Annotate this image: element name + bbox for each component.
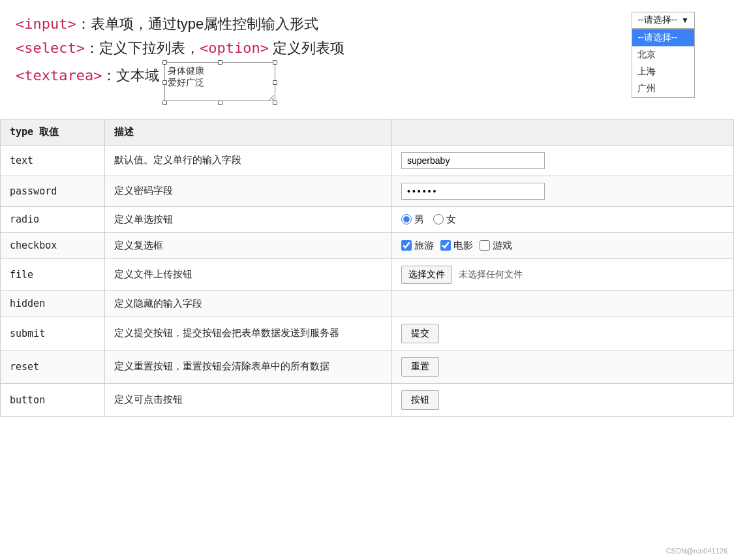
top-section: --请选择-- ▼ --请选择-- 北京 上海 广州 <input>：表单项，通… [0,0,734,110]
option-tag: <option> [200,40,269,56]
demo-button: 按钮 [392,383,734,416]
col-header-type: type 取值 [1,119,105,145]
type-reset: reset [1,350,105,383]
type-radio: radio [1,206,105,232]
radio-male-text: 男 [414,213,424,226]
table-row: password 定义密码字段 [1,176,734,206]
dropdown-option-3[interactable]: 广州 [632,80,694,97]
textarea-tag: <textarea> [16,67,102,84]
dropdown-list: --请选择-- 北京 上海 广州 [632,29,695,98]
radio-male[interactable] [401,214,412,225]
radio-group: 男 女 [401,213,724,226]
select-tag: <select> [16,40,85,56]
table-row: radio 定义单选按钮 男 女 [1,206,734,232]
checkbox-movie[interactable] [440,240,451,251]
resize-handle-tm [218,60,222,65]
desc-reset: 定义重置按钮，重置按钮会清除表单中的所有数据 [105,350,392,383]
chevron-down-icon: ▼ [681,16,689,25]
resize-handle-bl [162,101,167,105]
intro-line2: <select>：定义下拉列表，<option> 定义列表项 [16,36,718,60]
intro-text2a: ：定义下拉列表， [85,40,200,56]
demo-hidden [392,290,734,317]
desc-radio: 定义单选按钮 [105,206,392,232]
dropdown-widget[interactable]: --请选择-- ▼ --请选择-- 北京 上海 广州 [632,12,695,29]
resize-handle-br [273,101,277,105]
radio-female-text: 女 [446,213,456,226]
radio-male-label[interactable]: 男 [401,213,424,226]
resize-handle-ml [162,80,167,85]
radio-female-label[interactable]: 女 [433,213,456,226]
desc-text: 默认值。定义单行的输入字段 [105,145,392,176]
reset-button[interactable]: 重置 [401,357,439,377]
desc-file: 定义文件上传按钮 [105,258,392,290]
desc-checkbox: 定义复选框 [105,232,392,258]
input-tag: <input> [16,16,76,32]
table-row: hidden 定义隐藏的输入字段 [1,290,734,317]
desc-button: 定义可点击按钮 [105,383,392,416]
type-table: type 取值 描述 text 默认值。定义单行的输入字段 password 定… [0,119,734,417]
col-header-demo [392,119,734,145]
checkbox-travel-label[interactable]: 旅游 [401,240,434,252]
demo-reset: 重置 [392,350,734,383]
demo-radio: 男 女 [392,206,734,232]
textarea-demo[interactable] [164,62,275,101]
checkbox-group: 旅游 电影 游戏 [401,240,724,252]
file-row: 选择文件 未选择任何文件 [401,266,724,284]
checkbox-travel[interactable] [401,240,412,251]
intro-line1: <input>：表单项，通过type属性控制输入形式 [16,12,718,36]
checkbox-movie-label[interactable]: 电影 [440,240,473,252]
desc-submit: 定义提交按钮，提交按钮会把表单数据发送到服务器 [105,317,392,350]
table-row: file 定义文件上传按钮 选择文件 未选择任何文件 [1,258,734,290]
desc-hidden: 定义隐藏的输入字段 [105,290,392,317]
type-button: button [1,383,105,416]
intro-text1: ：表单项，通过type属性控制输入形式 [76,16,319,32]
watermark: CSDN@rcn041126 [666,547,727,555]
checkbox-game-label[interactable]: 游戏 [480,240,512,252]
custom-button[interactable]: 按钮 [401,390,439,410]
col-header-desc: 描述 [105,119,392,145]
textarea-intro-label: <textarea>：文本域 [16,62,159,86]
dropdown-selected-label: --请选择-- [637,14,677,26]
file-no-file-text: 未选择任何文件 [459,269,523,281]
radio-female[interactable] [433,214,444,225]
type-text: text [1,145,105,176]
intro-text2b: 定义列表项 [269,40,344,56]
text-input[interactable] [401,152,545,169]
desc-password: 定义密码字段 [105,176,392,206]
intro-line3: <textarea>：文本域 [16,62,718,103]
intro-text3: ：文本域 [102,67,159,84]
table-row: text 默认值。定义单行的输入字段 [1,145,734,176]
checkbox-movie-text: 电影 [453,240,473,252]
dropdown-option-1[interactable]: 北京 [632,46,694,63]
type-checkbox: checkbox [1,232,105,258]
textarea-demo-container [164,62,275,103]
submit-button[interactable]: 提交 [401,324,439,343]
checkbox-travel-text: 旅游 [414,240,434,252]
resize-handle-bm [218,101,222,105]
type-hidden: hidden [1,290,105,317]
demo-checkbox: 旅游 电影 游戏 [392,232,734,258]
table-row: checkbox 定义复选框 旅游 电影 游戏 [1,232,734,258]
table-row: reset 定义重置按钮，重置按钮会清除表单中的所有数据 重置 [1,350,734,383]
table-row: button 定义可点击按钮 按钮 [1,383,734,416]
resize-handle-tl [162,60,167,65]
type-file: file [1,258,105,290]
resize-handle-tr [273,60,277,65]
dropdown-option-0[interactable]: --请选择-- [632,29,694,46]
dropdown-trigger[interactable]: --请选择-- ▼ [632,12,695,29]
checkbox-game[interactable] [480,240,490,251]
demo-text [392,145,734,176]
file-select-button[interactable]: 选择文件 [401,266,452,284]
checkbox-game-text: 游戏 [493,240,512,252]
password-input[interactable] [401,183,545,200]
type-password: password [1,176,105,206]
dropdown-option-2[interactable]: 上海 [632,63,694,80]
demo-password [392,176,734,206]
resize-handle-mr [273,80,277,85]
table-row: submit 定义提交按钮，提交按钮会把表单数据发送到服务器 提交 [1,317,734,350]
demo-submit: 提交 [392,317,734,350]
type-submit: submit [1,317,105,350]
demo-file: 选择文件 未选择任何文件 [392,258,734,290]
